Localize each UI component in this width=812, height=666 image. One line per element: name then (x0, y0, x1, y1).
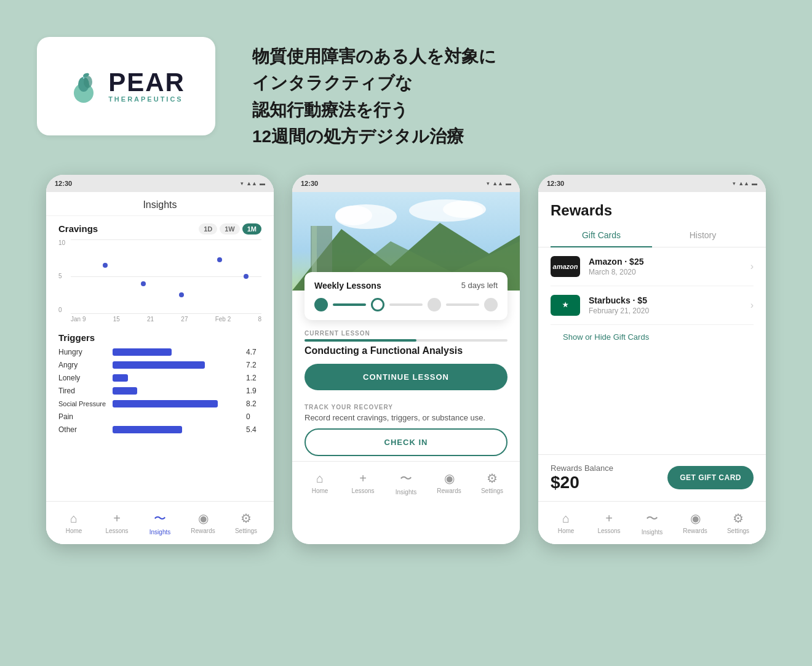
nav-home-2[interactable]: ⌂ Home (298, 471, 341, 494)
y-label-5: 5 (58, 273, 65, 279)
lesson-progress-fill (304, 339, 416, 342)
wifi-icon-3: ▾ (733, 180, 736, 187)
gc-date-amazon: March 8, 2020 (589, 268, 742, 276)
nav-insights-1[interactable]: 〜 Insights (138, 510, 181, 536)
gc-info-starbucks: Starbucks · $5 February 21, 2020 (589, 295, 742, 315)
continue-lesson-button[interactable]: CONTINUE LESSON (304, 364, 507, 390)
rewards-balance-section: Rewards Balance $20 GET GIFT CARD (538, 454, 766, 501)
gift-card-amazon[interactable]: amazon Amazon · $25 March 8, 2020 › (551, 247, 754, 286)
nav-label-lessons-2: Lessons (351, 487, 374, 494)
trigger-name-social: Social Pressure (58, 400, 108, 407)
weekly-title: Weekly Lessons (314, 281, 381, 291)
phone-rewards: 12:30 ▾ ▲▲ ▬ Rewards Gift Cards History … (538, 175, 766, 544)
logo-subtitle: THERAPEUTICS (108, 95, 185, 103)
nav-home-1[interactable]: ⌂ Home (52, 512, 95, 534)
phone3-content: Rewards Gift Cards History amazon Amazon… (538, 192, 766, 544)
phone2-content: Weekly Lessons 5 days left CURRENT LESSO… (292, 192, 520, 544)
trigger-hungry: Hungry 4.7 (58, 348, 261, 356)
phone-insights: 12:30 ▾ ▲▲ ▬ Insights Cravings 1D 1W 1M (46, 175, 274, 544)
nav-insights-3[interactable]: 〜 Insights (631, 510, 674, 536)
chart-grid (71, 239, 261, 313)
nav-label-lessons-1: Lessons (105, 528, 128, 534)
chart-x-labels: Jan 9 15 21 27 Feb 2 8 (58, 316, 261, 323)
nav-rewards-2[interactable]: ◉ Rewards (428, 471, 471, 494)
trigger-bar-container-other (113, 426, 241, 433)
bottom-nav-2: ⌂ Home + Lessons 〜 Insights ◉ Rewards ⚙ (292, 461, 520, 504)
trigger-name-other: Other (58, 425, 108, 434)
tab-gift-cards[interactable]: Gift Cards (551, 224, 652, 247)
nav-insights-2[interactable]: 〜 Insights (384, 470, 428, 495)
data-dot-4 (217, 257, 222, 262)
weekly-card: Weekly Lessons 5 days left (304, 272, 507, 320)
lesson-track (314, 298, 498, 311)
tagline: 物質使用障害のある人を対象に インタラクティブな 認知行動療法を行う 12週間の… (252, 37, 496, 150)
trigger-angry: Angry 7.2 (58, 361, 261, 369)
svg-point-9 (443, 201, 486, 218)
cravings-label: Cravings (58, 223, 98, 234)
trigger-value-other: 5.4 (246, 425, 261, 434)
trigger-value-social: 8.2 (246, 399, 261, 408)
chart-section: Cravings 1D 1W 1M 10 5 0 (46, 216, 274, 327)
trigger-bar-hungry (113, 348, 172, 356)
svg-point-2 (84, 76, 92, 88)
time-btn-1d[interactable]: 1D (199, 223, 217, 235)
grid-line-bottom (71, 313, 261, 314)
nav-lessons-1[interactable]: + Lessons (95, 512, 138, 534)
phones-section: 12:30 ▾ ▲▲ ▬ Insights Cravings 1D 1W 1M (0, 175, 812, 544)
y-label-10: 10 (58, 239, 65, 246)
balance-amount: $20 (551, 473, 613, 492)
track-dot-1 (314, 298, 328, 311)
x-label-1: Jan 9 (71, 316, 86, 323)
nav-rewards-1[interactable]: ◉ Rewards (181, 511, 225, 534)
starbucks-icon: ★ (551, 295, 580, 316)
grid-line-top (71, 239, 261, 240)
trigger-bar-lonely (113, 374, 128, 382)
nav-settings-1[interactable]: ⚙ Settings (225, 511, 268, 534)
current-lesson-section: CURRENT LESSON Conducting a Functional A… (292, 320, 520, 395)
gc-info-amazon: Amazon · $25 March 8, 2020 (589, 257, 742, 276)
logo-company-name: PEAR (108, 70, 185, 95)
nav-home-3[interactable]: ⌂ Home (544, 512, 587, 534)
trigger-bar-tired (113, 387, 137, 395)
data-dot-3 (179, 292, 184, 297)
trigger-bar-container-lonely (113, 374, 241, 382)
grid-line-mid (71, 276, 261, 277)
nav-lessons-3[interactable]: + Lessons (587, 512, 631, 534)
signal-icon-2: ▲▲ (492, 180, 503, 187)
status-icons-2: ▾ ▲▲ ▬ (487, 180, 511, 187)
nav-settings-2[interactable]: ⚙ Settings (471, 471, 514, 494)
battery-icon: ▬ (260, 180, 265, 187)
balance-info: Rewards Balance $20 (551, 463, 613, 492)
nav-rewards-3[interactable]: ◉ Rewards (674, 511, 717, 534)
trigger-bar-other (113, 426, 182, 433)
status-bar-1: 12:30 ▾ ▲▲ ▬ (46, 175, 274, 192)
weekly-header: Weekly Lessons 5 days left (314, 281, 498, 291)
trigger-tired: Tired 1.9 (58, 387, 261, 395)
triggers-title: Triggers (58, 332, 261, 343)
home-icon-1: ⌂ (70, 512, 78, 526)
trigger-bar-container-pain (113, 413, 241, 420)
nav-lessons-2[interactable]: + Lessons (341, 471, 384, 494)
show-hide-gift-cards[interactable]: Show or Hide Gift Cards (551, 325, 754, 349)
get-gift-card-button[interactable]: GET GIFT CARD (667, 466, 754, 489)
settings-icon-3: ⚙ (733, 511, 744, 526)
gift-card-list: amazon Amazon · $25 March 8, 2020 › ★ St… (538, 247, 766, 454)
time-btn-1m[interactable]: 1M (242, 223, 261, 235)
rewards-icon-3: ◉ (690, 511, 701, 526)
nav-settings-3[interactable]: ⚙ Settings (717, 511, 760, 534)
trigger-pain: Pain 0 (58, 412, 261, 421)
days-left: 5 days left (461, 281, 498, 290)
trigger-name-tired: Tired (58, 387, 108, 395)
track-line-3 (446, 303, 479, 306)
check-in-button[interactable]: CHECK IN (304, 428, 507, 456)
lessons-icon-2: + (359, 471, 367, 486)
phone-lessons: 12:30 ▾ ▲▲ ▬ (292, 175, 520, 544)
trigger-bar-container-angry (113, 361, 241, 369)
data-dot-5 (244, 274, 249, 279)
time-buttons[interactable]: 1D 1W 1M (199, 223, 261, 235)
tab-history[interactable]: History (652, 224, 754, 247)
rewards-tabs: Gift Cards History (538, 224, 766, 247)
gift-card-starbucks[interactable]: ★ Starbucks · $5 February 21, 2020 › (551, 286, 754, 325)
trigger-social-pressure: Social Pressure 8.2 (58, 399, 261, 408)
time-btn-1w[interactable]: 1W (220, 223, 240, 235)
